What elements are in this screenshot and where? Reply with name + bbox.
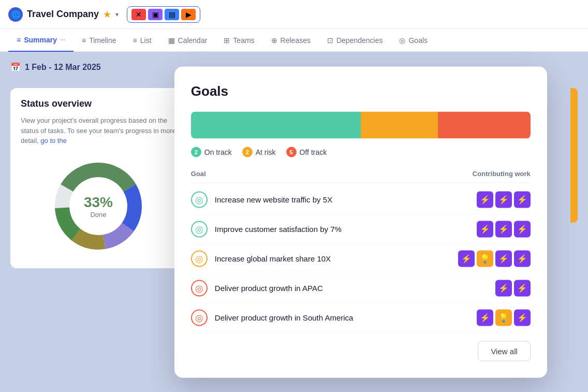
goal-icon-3: ◎ bbox=[191, 250, 208, 267]
contrib-bolt-3d: ⚡ bbox=[514, 250, 531, 267]
view-all-button[interactable]: View all bbox=[478, 341, 530, 361]
goal-row-5[interactable]: ◎ Deliver product growth in South Americ… bbox=[191, 303, 531, 332]
status-desc: View your project's overall progress bas… bbox=[21, 115, 176, 146]
contrib-bolt-1b: ⚡ bbox=[495, 191, 512, 208]
contrib-col-header: Contributing work bbox=[473, 169, 531, 177]
toolbar-icon-blue[interactable]: ▤ bbox=[165, 9, 179, 20]
contrib-bulb-5b: 💡 bbox=[495, 309, 512, 326]
goal-icon-2: ◎ bbox=[191, 221, 208, 237]
status-bar bbox=[191, 111, 531, 138]
tab-dependencies[interactable]: ⊡ Dependencies bbox=[319, 29, 391, 52]
toolbar-icons: ✕ ▣ ▤ ▶ bbox=[127, 6, 200, 23]
contrib-bulb-3b: 💡 bbox=[477, 250, 493, 267]
off-track-badge: 5 bbox=[286, 147, 297, 157]
goals-table-header: Goal Contributing work bbox=[191, 169, 531, 183]
summary-icon: ≡ bbox=[17, 36, 21, 44]
view-all-container: View all bbox=[191, 341, 531, 361]
main-content: 📅 1 Feb - 12 Mar 2025 Status overview Vi… bbox=[0, 52, 588, 392]
goal-name-2: Improve customer satisfaction by 7% bbox=[215, 225, 342, 234]
yellow-strip bbox=[570, 88, 578, 223]
goal-row-4[interactable]: ◎ Deliver product growth in APAC ⚡ ⚡ bbox=[191, 273, 531, 303]
contrib-bolt-2c: ⚡ bbox=[514, 221, 531, 237]
goal-name-3: Increase global market share 10X bbox=[215, 254, 331, 263]
tab-releases[interactable]: ⊕ Releases bbox=[263, 29, 319, 52]
goal-name-4: Deliver product growth in APAC bbox=[215, 284, 323, 293]
goal-icon-4: ◎ bbox=[191, 280, 208, 296]
app-title: Travel Company bbox=[27, 9, 99, 20]
status-bar-green bbox=[191, 111, 361, 138]
contrib-icons-5: ⚡ 💡 ⚡ bbox=[477, 309, 531, 326]
toolbar-icon-orange[interactable]: ▶ bbox=[181, 9, 196, 20]
tab-summary[interactable]: ≡ Summary ··· bbox=[8, 29, 74, 52]
goal-name-5: Deliver product growth in South America bbox=[215, 313, 354, 322]
on-track-label: On track bbox=[204, 148, 232, 156]
tab-list[interactable]: ≡ List bbox=[125, 29, 160, 52]
calendar-icon: 📅 bbox=[10, 62, 21, 72]
contrib-bolt-4b: ⚡ bbox=[514, 280, 531, 296]
nav-tabs: ≡ Summary ··· ≡ Timeline ≡ List ▦ Calend… bbox=[0, 29, 588, 52]
tab-goals[interactable]: ◎ Goals bbox=[391, 29, 436, 52]
contrib-bolt-5a: ⚡ bbox=[477, 309, 493, 326]
tab-timeline[interactable]: ≡ Timeline bbox=[74, 29, 125, 52]
contrib-icons-3: ⚡ 💡 ⚡ ⚡ bbox=[458, 250, 531, 267]
contrib-icons-2: ⚡ ⚡ ⚡ bbox=[477, 221, 531, 237]
donut-done-label: Done bbox=[84, 210, 113, 218]
donut-chart: 33% Done bbox=[52, 159, 145, 253]
contrib-bolt-2b: ⚡ bbox=[495, 221, 512, 237]
status-count-red: 5 Off track bbox=[286, 147, 327, 157]
at-risk-badge: 2 bbox=[242, 147, 253, 157]
contrib-bolt-3a: ⚡ bbox=[458, 250, 475, 267]
contrib-bolt-4a: ⚡ bbox=[495, 280, 512, 296]
star-icon[interactable]: ★ bbox=[103, 9, 111, 20]
status-overview-card: Status overview View your project's over… bbox=[10, 88, 186, 268]
status-link[interactable]: go to the bbox=[40, 137, 67, 144]
top-bar: 🌐 Travel Company ★ ▾ ✕ ▣ ▤ ▶ bbox=[0, 0, 588, 29]
contrib-icons-1: ⚡ ⚡ ⚡ bbox=[477, 191, 531, 208]
contrib-bolt-1c: ⚡ bbox=[514, 191, 531, 208]
at-risk-label: At risk bbox=[256, 148, 276, 156]
goals-col-header: Goal bbox=[191, 169, 206, 177]
globe-icon: 🌐 bbox=[8, 7, 23, 22]
contrib-bolt-3c: ⚡ bbox=[495, 250, 512, 267]
contrib-bolt-2a: ⚡ bbox=[477, 221, 493, 237]
dropdown-icon[interactable]: ▾ bbox=[115, 11, 119, 18]
status-bar-red bbox=[438, 111, 531, 138]
toolbar-icon-red[interactable]: ✕ bbox=[131, 9, 146, 20]
status-count-green: 2 On track bbox=[191, 147, 232, 157]
contrib-icons-4: ⚡ ⚡ bbox=[495, 280, 531, 296]
donut-label: 33% Done bbox=[84, 194, 113, 218]
off-track-label: Off track bbox=[300, 148, 327, 156]
goal-name-1: Increase new website traffic by 5X bbox=[215, 195, 332, 204]
status-counts: 2 On track 2 At risk 5 Off track bbox=[191, 147, 531, 157]
on-track-badge: 2 bbox=[191, 147, 201, 157]
contrib-bolt-1a: ⚡ bbox=[477, 191, 493, 208]
status-overview-title: Status overview bbox=[21, 98, 176, 109]
goal-row-3[interactable]: ◎ Increase global market share 10X ⚡ 💡 ⚡… bbox=[191, 244, 531, 273]
tab-teams[interactable]: ⊞ Teams bbox=[215, 29, 262, 52]
toolbar-icon-purple[interactable]: ▣ bbox=[148, 9, 163, 20]
goal-icon-5: ◎ bbox=[191, 309, 208, 326]
goal-row-1[interactable]: ◎ Increase new website traffic by 5X ⚡ ⚡… bbox=[191, 185, 531, 214]
goals-modal: Goals 2 On track 2 At risk bbox=[174, 66, 547, 378]
goals-modal-title: Goals bbox=[191, 83, 531, 99]
tab-calendar[interactable]: ▦ Calendar bbox=[160, 29, 216, 52]
contrib-bolt-5c: ⚡ bbox=[514, 309, 531, 326]
status-bar-yellow bbox=[361, 111, 438, 138]
status-count-yellow: 2 At risk bbox=[242, 147, 276, 157]
goal-row-2[interactable]: ◎ Improve customer satisfaction by 7% ⚡ … bbox=[191, 214, 531, 244]
goal-icon-1: ◎ bbox=[191, 191, 208, 208]
donut-percent: 33% bbox=[84, 194, 113, 210]
donut-container: 33% Done bbox=[21, 154, 176, 258]
